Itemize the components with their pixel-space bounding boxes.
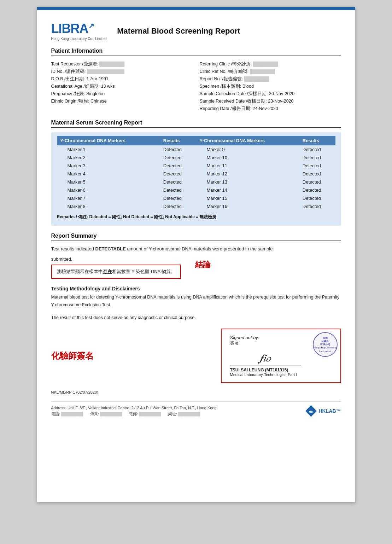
info-row-reporting: Reporting Date /報告日期: 24-Nov-2020	[200, 105, 341, 112]
table-row: Marker 4 Detected Marker 12 Detected	[57, 170, 335, 178]
field-label: Gestational Age /妊娠期:	[51, 84, 101, 89]
result-right: Detected	[299, 202, 335, 210]
field-label: Specimen /樣本類別:	[200, 84, 242, 89]
patient-grid: Test Requester /受測者: ████████ ID No. /證件…	[51, 60, 341, 112]
info-row-ethnic: Ethnic Origin /種族: Chinese	[51, 98, 193, 105]
summary-box-row: submitted. 測驗結果顯示在樣本中存在相當數量 Y 染色體 DNA 物質…	[51, 256, 341, 279]
remarks: Remarks / 備註: Detected = 陽性; Not Detecte…	[57, 214, 335, 220]
field-value: 13 wks	[101, 84, 115, 89]
field-value: 1-Apr-1991	[86, 76, 109, 81]
field-value: Chinese	[90, 99, 107, 104]
summary-line1: Test results indicated	[51, 246, 95, 251]
marker-left: Marker 8	[57, 202, 160, 210]
field-value: ████████████	[87, 69, 124, 74]
field-label: ID No. /證件號碼:	[51, 69, 87, 74]
footer-address: Address: Unit F, 8/F., Valiant Industria…	[51, 401, 341, 417]
report-page: LIBRA↗ Hong Kong Laboratory Co., Limited…	[37, 7, 355, 502]
field-label: Clinic Ref No. /轉介編號:	[200, 69, 250, 74]
signer-title: Medical Laboratory Technologist, Part I	[230, 372, 297, 377]
field-value: Singleton	[86, 91, 105, 96]
hklab-text: HKLAB™	[319, 408, 341, 414]
info-row-gestational: Gestational Age /妊娠期: 13 wks	[51, 83, 193, 90]
signed-chinese: 簽署:	[230, 340, 240, 346]
patient-fields-left: Test Requester /受測者: ████████ ID No. /證件…	[51, 60, 193, 112]
screening-table-wrapper: Y-Chromosomal DNA Markers Results Y-Chro…	[51, 132, 341, 226]
marker-left: Marker 3	[57, 162, 160, 170]
marker-left: Marker 4	[57, 170, 160, 178]
marker-right: Marker 11	[196, 162, 299, 170]
table-row: Marker 6 Detected Marker 14 Detected	[57, 186, 335, 194]
signature-graphic: 𝒇𝑖𝑜	[230, 351, 301, 365]
marker-left: Marker 7	[57, 194, 160, 202]
marker-right: Marker 14	[196, 186, 299, 194]
methodology-para1: Maternal blood test for detecting Y-chro…	[51, 294, 341, 309]
report-title: Maternal Blood Screening Report	[117, 27, 240, 36]
summary-box: 測驗結果顯示在樣本中存在相當數量 Y 染色體 DNA 物質。	[51, 265, 181, 279]
info-row: ID No. /證件號碼: ████████████	[51, 68, 193, 75]
table-row: Marker 8 Detected Marker 16 Detected	[57, 202, 335, 210]
footer-ref: HKL/ML/RP-1 (02/07/2020)	[51, 390, 341, 394]
marker-right: Marker 9	[196, 145, 299, 154]
stamp-text: 香港化驗所有限公司Hong Kong LaboratoryCo., Limite…	[314, 336, 337, 353]
result-right: Detected	[299, 170, 335, 178]
footer-phone2: 傳真: ████████	[90, 411, 122, 417]
field-value: ████████	[250, 69, 275, 74]
field-label: Referring Clinic /轉介診所:	[200, 62, 253, 66]
result-left: Detected	[160, 202, 196, 210]
footer-phone1: 電話: ████████	[51, 411, 83, 417]
table-row: Marker 1 Detected Marker 9 Detected	[57, 145, 335, 154]
logo-subtitle: Hong Kong Laboratory Co., Limited	[51, 37, 107, 41]
marker-left: Marker 6	[57, 186, 160, 194]
field-value: ████████	[99, 62, 124, 66]
table-row: Marker 3 Detected Marker 11 Detected	[57, 162, 335, 170]
table-row: Marker 7 Detected Marker 15 Detected	[57, 194, 335, 202]
info-row-specimen: Specimen /樣本類別: Blood	[200, 83, 341, 90]
info-row: Referring Clinic /轉介診所: ████████	[200, 60, 341, 68]
summary-text: Test results indicated DETECTABLE amount…	[51, 245, 341, 253]
address-text: Address: Unit F, 8/F., Valiant Industria…	[51, 406, 217, 410]
col1-header: Y-Chromosomal DNA Markers	[57, 136, 160, 145]
footer-website: 網址: ████████	[168, 411, 200, 417]
screening-table: Y-Chromosomal DNA Markers Results Y-Chro…	[57, 136, 335, 210]
signer-name: TSUI SAI LEUNG (MT101315)	[230, 368, 288, 372]
field-value: 20-Nov-2020	[269, 91, 294, 96]
table-row: Marker 5 Detected Marker 13 Detected	[57, 178, 335, 186]
field-value: ████████	[244, 76, 269, 81]
result-left: Detected	[160, 162, 196, 170]
field-value: 23-Nov-2020	[268, 99, 293, 104]
field-label: Sample Received Date /收樣日期:	[200, 99, 268, 104]
report-summary-section: Report Summary Test results indicated DE…	[51, 233, 341, 279]
methodology-para2: The result of this test does not serve a…	[51, 314, 341, 322]
result-right: Detected	[299, 194, 335, 202]
chemist-signature-label: 化驗師簽名	[51, 350, 94, 361]
marker-right: Marker 15	[196, 194, 299, 202]
detectable-word: DETECTABLE	[95, 246, 126, 251]
table-row: Marker 2 Detected Marker 10 Detected	[57, 154, 335, 162]
result-left: Detected	[160, 145, 196, 154]
libra-logo: LIBRA↗	[51, 21, 94, 36]
marker-right: Marker 12	[196, 170, 299, 178]
info-row: Test Requester /受測者: ████████	[51, 60, 193, 68]
field-label: Sample Collection Date /採樣日期:	[200, 91, 269, 96]
svg-text:HK: HK	[309, 410, 313, 413]
hklab-logo: HK HKLAB™	[305, 405, 341, 417]
signed-out-label: Signed out by:	[230, 335, 259, 340]
field-label: D.O.B /出生日期:	[51, 76, 87, 81]
result-left: Detected	[160, 178, 196, 186]
signature-section: 化驗師簽名 香港化驗所有限公司Hong Kong LaboratoryCo., …	[51, 329, 341, 383]
field-label: Reporting Date /報告日期:	[200, 106, 253, 111]
marker-left: Marker 2	[57, 154, 160, 162]
field-label: Test Requester /受測者:	[51, 62, 100, 66]
result-left: Detected	[160, 186, 196, 194]
marker-left: Marker 5	[57, 178, 160, 186]
info-row: Clinic Ref No. /轉介編號: ████████	[200, 68, 341, 75]
result-right: Detected	[299, 145, 335, 154]
company-stamp: 香港化驗所有限公司Hong Kong LaboratoryCo., Limite…	[313, 332, 338, 357]
header: LIBRA↗ Hong Kong Laboratory Co., Limited…	[51, 21, 341, 41]
field-value: Blood	[242, 84, 254, 89]
info-row-collection: Sample Collection Date /採樣日期: 20-Nov-202…	[200, 90, 341, 98]
patient-info-header: Patient Information	[51, 48, 341, 56]
methodology-section: Testing Methodology and Disclaimers Mate…	[51, 286, 341, 322]
marker-right: Marker 13	[196, 178, 299, 186]
patient-info-section: Patient Information Test Requester /受測者:…	[51, 48, 341, 112]
